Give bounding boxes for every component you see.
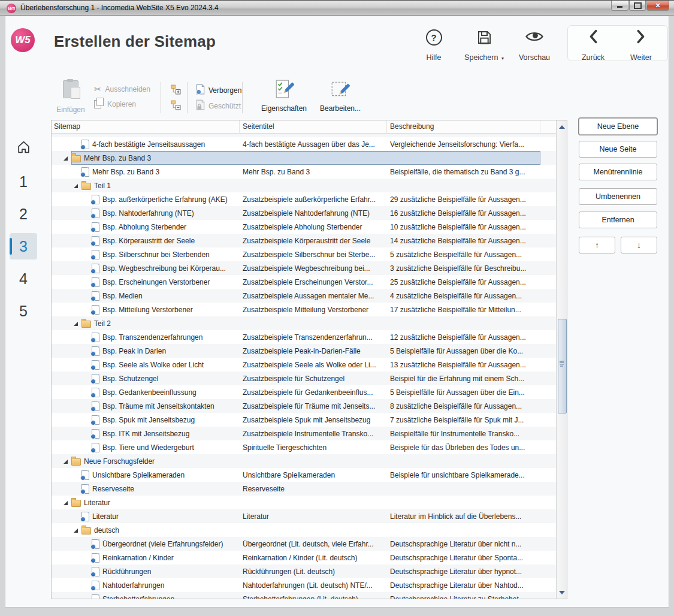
table-row[interactable]: Bsp. GedankenbeeinflussungZusatzbeispiel… <box>52 385 556 399</box>
next-button[interactable]: Weiter <box>623 29 659 62</box>
row-description: 12 zusätzliche Beispielfälle für Aussage… <box>387 330 540 344</box>
folder-icon <box>71 458 81 466</box>
expanded-arrow-icon[interactable] <box>64 499 71 507</box>
maximize-button[interactable] <box>629 1 646 11</box>
table-row[interactable]: Bsp. Mitteilung VerstorbenerZusatzbeispi… <box>52 303 556 316</box>
row-description <box>387 316 540 330</box>
table-row[interactable]: Teil 1 <box>52 179 556 192</box>
table-row[interactable]: Bsp. Silberschnur bei SterbendenZusatzbe… <box>52 247 556 261</box>
expanded-arrow-icon[interactable] <box>74 526 81 535</box>
table-row[interactable]: SterbebetterfahrungenSterbebetterfahrung… <box>52 592 556 599</box>
column-header-beschreibung[interactable]: Beschreibung <box>387 120 540 133</box>
table-row[interactable]: NahtoderfahrungenNahtoderfahrungen (Lit.… <box>52 578 556 592</box>
sidebar-step-2[interactable]: 2 <box>10 201 37 227</box>
move-down-button[interactable]: ↓ <box>621 237 657 253</box>
sidebar-step-1[interactable]: 1 <box>10 168 37 195</box>
table-row[interactable]: RückführungenRückführungen (Lit. deutsch… <box>52 564 556 578</box>
row-name: Reserveseite <box>92 485 134 493</box>
protected-toggle-button[interactable]: Geschützt <box>196 99 241 112</box>
table-row[interactable]: Bsp. außerkörperliche Erfahrung (AKE)Zus… <box>52 192 556 206</box>
expanded-arrow-icon[interactable] <box>64 154 71 162</box>
table-row[interactable]: Bsp. Erscheinungen VerstorbenerZusatzbei… <box>52 275 556 289</box>
help-button[interactable]: ? Hilfe <box>417 29 451 62</box>
save-button[interactable]: Speichern ▾ <box>459 29 509 62</box>
table-row[interactable]: LiteraturLiteraturLiteratur im Hinblick … <box>52 509 556 523</box>
sidebar-step-3[interactable]: 3 <box>10 233 37 259</box>
table-row[interactable]: Bsp. ITK mit JenseitsbezugZusatzbeispiel… <box>52 427 556 440</box>
table-row[interactable]: Mehr Bsp. zu Band 3 <box>52 151 556 165</box>
hidden-toggle-button[interactable]: Verborgen <box>196 84 241 96</box>
new-page-button[interactable]: Neue Seite <box>579 141 657 158</box>
table-row[interactable]: Bsp. Nahtoderfahrung (NTE)Zusatzbeispiel… <box>52 206 556 220</box>
row-description: Deutschsprachige Literatur über hypnot..… <box>387 564 540 578</box>
table-row[interactable]: Bsp. Spuk mit JenseitsbezugZusatzbeispie… <box>52 413 556 427</box>
table-row[interactable]: Literatur <box>52 496 556 509</box>
expanded-arrow-icon[interactable] <box>74 182 81 190</box>
hidden-page-icon <box>81 512 89 521</box>
toolbar-separator <box>242 82 243 113</box>
table-row[interactable]: Bsp. Peak in DarienZusatzbeispiele Peak-… <box>52 344 556 358</box>
table-row[interactable]: Unsichtbare SpielkameradenUnsichtbare Sp… <box>52 468 556 482</box>
hidden-page-icon <box>196 84 205 96</box>
back-button[interactable]: Zurück <box>575 29 611 62</box>
cut-button[interactable]: ✂ Ausschneiden <box>94 84 150 93</box>
table-row[interactable]: Bsp. Seele als Wolke oder LichtZusatzbei… <box>52 358 556 372</box>
row-page-title: Zusatzbeispiele Peak-in-Darien-Fälle <box>240 344 387 358</box>
row-name: Rückführungen <box>102 567 151 576</box>
scroll-down-button[interactable] <box>557 587 567 597</box>
expanded-arrow-icon[interactable] <box>74 319 81 328</box>
table-row[interactable]: Teil 2 <box>52 316 556 330</box>
row-page-title: Literatur <box>240 509 387 523</box>
table-row[interactable]: Bsp. Körperaustritt der SeeleZusatzbeisp… <box>52 234 556 247</box>
row-page-title: Zusatzbeispiele Spuk mit Jenseitsbezug <box>240 413 387 427</box>
collapse-all-button[interactable] <box>170 99 182 111</box>
table-row[interactable]: Bsp. Abholung SterbenderZusatzbeispiele … <box>52 220 556 234</box>
sidebar-step-4[interactable]: 4 <box>10 265 37 292</box>
properties-button[interactable]: Eigenschaften <box>254 79 314 113</box>
edit-icon <box>330 79 350 102</box>
remove-button[interactable]: Entfernen <box>579 212 657 228</box>
rename-button[interactable]: Umbenennen <box>579 188 657 205</box>
scrollbar-grip <box>560 363 564 365</box>
table-row[interactable]: Bsp. Wegbeschreibung bei Körperau...Zusa… <box>52 261 556 275</box>
row-name: Nahtoderfahrungen <box>102 581 164 590</box>
preview-button[interactable]: Vorschau <box>514 29 555 62</box>
row-description: Literatur im Hinblick auf die Überlebens… <box>387 509 540 523</box>
close-button[interactable]: ✕ <box>646 1 669 11</box>
new-level-button[interactable]: Neue Ebene <box>579 118 657 135</box>
table-row[interactable]: Bsp. SchutzengelZusatzbeispiele für Schu… <box>52 372 556 385</box>
column-header-sitemap[interactable]: Sitemap <box>52 120 240 133</box>
row-page-title <box>240 151 387 165</box>
expand-all-button[interactable] <box>170 83 182 95</box>
table-row[interactable]: Bsp. Tiere und WiedergeburtSpirituelle T… <box>52 440 556 454</box>
table-row[interactable]: 4-fach bestätigte Jenseitsaussagen4-fach… <box>52 137 556 151</box>
table-row[interactable]: deutsch <box>52 523 556 537</box>
table-row[interactable]: Übergeordnet (viele Erfahrungsfelder)Übe… <box>52 537 556 551</box>
table-row[interactable]: Bsp. Träume mit JenseitskontaktenZusatzb… <box>52 399 556 413</box>
row-name: Bsp. Abholung Sterbender <box>102 223 186 231</box>
row-description: Beispiel für die Erfahrung mit einem Sch… <box>387 372 540 385</box>
edit-button[interactable]: Bearbeiten... <box>314 79 367 113</box>
column-header-seitentitel[interactable]: Seitentitel <box>240 120 387 133</box>
minimize-button[interactable] <box>611 1 628 11</box>
expanded-arrow-icon[interactable] <box>64 457 71 466</box>
table-row[interactable]: Bsp. TranszendenzerfahrungenZusatzbeispi… <box>52 330 556 344</box>
table-row[interactable]: Mehr Bsp. zu Band 3Mehr Bsp. zu Band 3Be… <box>52 165 556 179</box>
row-description: Beispiele für das Übrleben des Todes un.… <box>387 440 540 454</box>
row-page-title: Zusatzbeispiele Wegbeschreibung bei... <box>240 261 387 275</box>
move-up-button[interactable]: ↑ <box>579 237 615 253</box>
scroll-up-button[interactable] <box>557 122 567 132</box>
home-step-button[interactable] <box>16 140 31 155</box>
minimize-icon <box>617 6 622 8</box>
table-row[interactable]: ReserveseiteReserveseite <box>52 482 556 496</box>
copy-button[interactable]: Kopieren <box>94 100 136 108</box>
table-row[interactable]: Neue Forschugsfelder <box>52 454 556 468</box>
menu-separator-button[interactable]: Menütrennlinie <box>579 164 657 180</box>
paste-button[interactable]: Einfügen <box>56 80 86 114</box>
titlebar[interactable]: W5 Überlebensforschung 1 - Incomedia Web… <box>0 0 674 16</box>
scrollbar-thumb[interactable] <box>558 319 567 413</box>
table-row[interactable]: Bsp. MedienZusatzbeispiele Aussagen ment… <box>52 289 556 303</box>
vertical-scrollbar[interactable] <box>556 120 567 599</box>
table-row[interactable]: Reinkarnation / KinderReinkarnation / Ki… <box>52 551 556 564</box>
sidebar-step-5[interactable]: 5 <box>10 298 37 324</box>
